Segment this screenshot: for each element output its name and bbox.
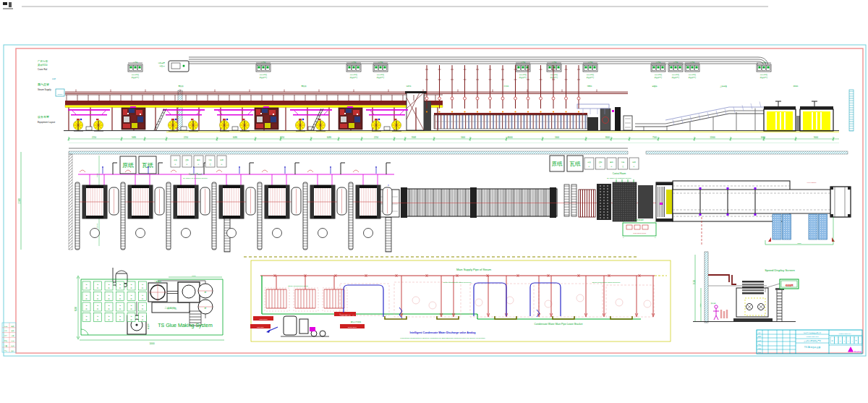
cad-label: 分区 [4, 330, 7, 332]
cad-label: 二级搅拌缸 [165, 307, 178, 310]
roller-dot [477, 111, 478, 112]
cad-label: 处数 [11, 325, 14, 328]
control-cabinet-box [194, 156, 203, 167]
steam-drop-box [128, 63, 142, 72]
cad-label: 更改 [11, 330, 14, 332]
control-cabinet-box [584, 158, 594, 169]
dim-label: 1600 [461, 136, 465, 139]
cad-label: 8000 [192, 275, 196, 277]
machine-name-label: 涂胶机 [406, 85, 412, 88]
cad-label: DN80阀组 [377, 74, 385, 76]
roller-dot [553, 111, 554, 112]
roller-dot [527, 111, 529, 112]
cad-line [742, 105, 744, 111]
cad-label: 保温蒸汽管 [550, 76, 559, 79]
control-cabinet-box [205, 156, 215, 167]
cad-label: 分汽包 [673, 61, 678, 63]
cad-label: 起重3T [159, 64, 165, 67]
steam-trap [489, 97, 492, 100]
starch-bag-cell [127, 302, 135, 311]
steam-trap [476, 97, 479, 100]
title-block-cell: 校对 [757, 340, 761, 342]
cad-label: Electric Equip [348, 326, 357, 328]
machine-name-label: 输送桥 [652, 85, 658, 88]
roller-dot [451, 111, 453, 112]
pair-right-1: 原纸 [552, 161, 563, 167]
dim-label: 7500 [652, 136, 657, 139]
cad-label: 4900 5900 1900 [633, 232, 647, 234]
stacker-units [764, 101, 833, 131]
revision-strip [2, 323, 16, 352]
cad-label: A [835, 340, 837, 342]
cad-label: 2 [844, 340, 846, 342]
cad-label: DN80阀组 [760, 74, 768, 76]
cad-label: 4500 [699, 303, 702, 307]
starch-bag-cell [94, 313, 102, 322]
plan-roll-stand-unit [166, 163, 210, 250]
dim-label: 2250 [280, 136, 284, 139]
steam-trap [552, 97, 555, 100]
control-cabinet-box [629, 158, 639, 169]
steam-main-pipe [56, 89, 628, 96]
starch-bag-cell [116, 313, 124, 322]
roller-dot [578, 111, 579, 112]
steam-drop-box [757, 63, 771, 72]
cad-label: 泵 [205, 291, 207, 294]
cad-label: 分汽包 [656, 61, 661, 63]
roller-dot [540, 111, 541, 112]
steam-drop-box [547, 63, 561, 72]
cad-label: 签字 [4, 335, 8, 336]
cad-label: 凝结水回收器 [351, 321, 362, 323]
cad-label: 2 [840, 340, 841, 342]
dim-label: 8000 [605, 136, 610, 139]
starch-bag-cell [82, 292, 90, 301]
cad-line [733, 107, 735, 113]
mill-roll-stand-pair [68, 109, 110, 131]
steam-trap [425, 97, 428, 100]
starch-bag-cell [105, 313, 113, 322]
cad-label: 6000 [96, 173, 98, 177]
cad-label: 保温蒸汽管 [689, 76, 697, 79]
cad-label: 0 [852, 340, 854, 342]
control-room-label-1: Control Room [613, 172, 626, 175]
steam-supply-cn: 蒸汽总管 [38, 82, 49, 86]
steam-trap [438, 97, 441, 100]
cad-label: WJ200-250-180 [806, 336, 819, 338]
section-machine [733, 281, 773, 321]
control-cabinet-box [182, 156, 192, 167]
glue-system-title: TS Glue Making System [158, 323, 213, 328]
starch-bag-cell [105, 302, 113, 311]
starch-bag-cell [139, 302, 147, 311]
mill-roll-stand-pair [290, 109, 332, 131]
pair-right-2: 瓦纸 [570, 161, 582, 167]
elevation-view [56, 57, 854, 143]
steam-trap [527, 97, 529, 100]
steam-drop-box [373, 63, 388, 72]
steam-drop-box [256, 63, 271, 72]
cad-label: WJ200-2200-2-9 [838, 333, 851, 334]
starch-bag-cell [105, 281, 113, 290]
ghost-roll [429, 302, 436, 309]
plan-roll-stand-unit [121, 163, 164, 250]
cad-label: 保温蒸汽管 [672, 76, 681, 79]
dim-label: 12000 [710, 136, 715, 139]
cad-label: DN80阀组 [672, 74, 680, 76]
cad-label: 分汽包 [552, 61, 557, 63]
mill-roll-stand-pair [163, 109, 205, 131]
cad-label: Steam Consumption 380kg [288, 285, 308, 287]
cad-canvas: 厂房行车 梁底9150 Crane Rail 栈桥 蒸汽总管 Steam Sup… [0, 0, 868, 403]
cad-label: DN150 [58, 93, 64, 95]
left-margin-labels: 厂房行车 梁底9150 Crane Rail 栈桥 蒸汽总管 Steam Sup… [38, 59, 56, 124]
ghost-machine-outline [470, 284, 534, 317]
machine-name-label: 预热器 [178, 85, 184, 88]
cad-line [610, 316, 632, 319]
speed-screen-title: Speed Display Screen [765, 268, 795, 272]
starch-bag-cell [116, 302, 124, 311]
cad-line [530, 283, 561, 316]
section-view: Speed Display Screen 488M [693, 252, 799, 323]
pair-left-1: 原纸 [122, 162, 134, 169]
operator-figure [713, 305, 727, 320]
cad-label: 共张 [4, 350, 8, 352]
starch-bag-cell [127, 292, 135, 301]
cad-label: 型 [856, 339, 858, 342]
